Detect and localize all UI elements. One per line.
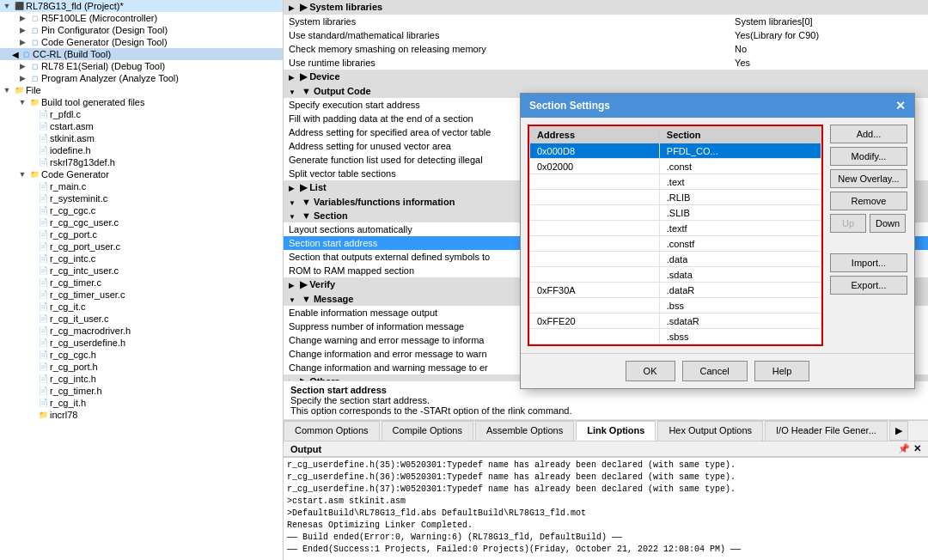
sidebar-item-rcgtimeruser[interactable]: 📄 r_cg_timer_user.c [0, 289, 283, 301]
sidebar-item-micro[interactable]: ▶ ◻ R5F100LE (Microcontroller) [0, 12, 283, 24]
sidebar-item-rcgportuser[interactable]: 📄 r_cg_port_user.c [0, 240, 283, 253]
table-row[interactable]: .text [530, 174, 821, 190]
sidebar-item-incrl78[interactable]: 📁 incrl78 [0, 409, 283, 421]
sidebar-item-file[interactable]: ▼ 📁 File [0, 84, 283, 96]
tab-assemble-options[interactable]: Assemble Options [475, 421, 574, 441]
remove-button[interactable]: Remove [830, 192, 907, 210]
output-area: r_cg_userdefine.h(35):W0520301:Typedef n… [284, 457, 928, 560]
table-row[interactable]: .RLIB [530, 190, 821, 205]
sidebar-item-rcgporth[interactable]: 📄 r_cg_port.h [0, 361, 283, 373]
sidebar-item-rl78[interactable]: ▶ ◻ RL78 E1(Serial) (Debug Tool) [0, 60, 283, 72]
down-button[interactable]: Down [870, 214, 906, 233]
help-button[interactable]: Help [754, 361, 810, 381]
file-icon: 📄 [38, 338, 48, 348]
sidebar-label: rskrl78g13def.h [50, 157, 115, 167]
table-row[interactable]: .constf [530, 236, 821, 252]
cancel-button[interactable]: Cancel [682, 361, 748, 381]
sidebar-label: r_cg_port_user.c [50, 241, 120, 252]
sidebar-item-rcgituser[interactable]: 📄 r_cg_it_user.c [0, 313, 283, 325]
sidebar-item-rcgintc[interactable]: 📄 r_cg_intc.c [0, 253, 283, 265]
sidebar-item-rcgit[interactable]: 📄 r_cg_it.c [0, 301, 283, 313]
sidebar-item-rcgcgcuser[interactable]: 📄 r_cg_cgc_user.c [0, 216, 283, 228]
prop-row: Use standard/mathematical libraries Yes(… [284, 28, 928, 42]
sidebar-item-rmain[interactable]: 📄 r_main.c [0, 180, 283, 192]
cell-section: PFDL_CO... [659, 143, 821, 159]
tab-compile-options[interactable]: Compile Options [382, 421, 473, 441]
file-icon: 📄 [38, 362, 48, 372]
tab-common-options[interactable]: Common Options [284, 421, 380, 441]
sidebar-item-rcgtimerh[interactable]: 📄 r_cg_timer.h [0, 385, 283, 397]
sidebar-item-pin[interactable]: ▶ ◻ Pin Configurator (Design Tool) [0, 24, 283, 36]
table-row[interactable]: 0xFF30A .dataR [530, 283, 821, 298]
section-system-libraries[interactable]: ▶ System libraries [284, 0, 928, 15]
dialog-buttons-panel: Add... Modify... New Overlay... Remove U… [830, 125, 907, 346]
dialog-close-button[interactable]: ✕ [895, 99, 906, 113]
sidebar-item-ccrl[interactable]: ◀ ◻ CC-RL (Build Tool) [0, 48, 283, 60]
table-row[interactable]: .data [530, 252, 821, 267]
sidebar-label-rl78: RL78 E1(Serial) (Debug Tool) [41, 61, 165, 71]
tab-link-options[interactable]: Link Options [576, 421, 656, 441]
tab-io-header[interactable]: I/O Header File Gener... [765, 421, 888, 441]
modify-button[interactable]: Modify... [830, 147, 907, 166]
sidebar-item-program[interactable]: ▶ ◻ Program Analyzer (Analyze Tool) [0, 72, 283, 84]
sidebar-item-rskrl[interactable]: 📄 rskrl78g13def.h [0, 156, 283, 168]
tabs-bar: Common Options Compile Options Assemble … [284, 420, 928, 441]
chip-icon: ◻ [29, 13, 40, 23]
sidebar-item-codegen[interactable]: ▼ 📁 Code Generator [0, 168, 283, 180]
table-row[interactable]: 0x000D8 PFDL_CO... [530, 143, 821, 159]
expand-icon: ▶ [17, 13, 27, 23]
ok-button[interactable]: OK [626, 361, 675, 381]
sidebar-item-rcgport[interactable]: 📄 r_cg_port.c [0, 228, 283, 240]
prop-value: Yes(Library for C90) [730, 28, 928, 42]
add-button[interactable]: Add... [830, 125, 907, 143]
output-line-3: r_cg_userdefine.h(37):W0520301:Typedef n… [287, 484, 925, 496]
table-row[interactable]: 0x02000 .const [530, 159, 821, 174]
table-row[interactable]: .sdata [530, 267, 821, 283]
table-row[interactable]: .textf [530, 221, 821, 236]
sidebar-item-rcgcgch[interactable]: 📄 r_cg_cgc.h [0, 349, 283, 361]
sidebar-item-buildfiles[interactable]: ▼ 📁 Build tool generated files [0, 96, 283, 108]
table-row[interactable]: 0xFFE20 .sdataR [530, 313, 821, 329]
cell-address [530, 267, 660, 283]
sidebar-item-cstart[interactable]: 📄 cstart.asm [0, 120, 283, 132]
pin-icon[interactable]: 📌 [898, 443, 910, 454]
table-row[interactable]: .bss [530, 298, 821, 313]
file-icon: 📄 [38, 326, 48, 336]
section-device[interactable]: ▶ Device [284, 70, 928, 84]
folder-icon: 📁 [14, 85, 24, 95]
expand-icon: ▼ [2, 85, 12, 95]
file-icon: 📄 [38, 277, 48, 288]
sidebar-item-rcgintch[interactable]: 📄 r_cg_intc.h [0, 373, 283, 385]
sidebar-item-rcgintcuser[interactable]: 📄 r_cg_intc_user.c [0, 265, 283, 277]
sidebar-item-rcgtimer[interactable]: 📄 r_cg_timer.c [0, 277, 283, 289]
tab-hex-output[interactable]: Hex Output Options [657, 421, 763, 441]
prop-label: Use runtime libraries [284, 56, 730, 70]
sidebar-item-iodefine[interactable]: 📄 iodefine.h [0, 144, 283, 156]
section-expand-icon: ▶ [300, 279, 307, 289]
table-row[interactable]: .sbss [530, 329, 821, 344]
sidebar-label: r_cg_intc.h [50, 374, 96, 384]
tab-more-button[interactable]: ▶ [889, 421, 908, 441]
import-button[interactable]: Import... [830, 253, 907, 272]
new-overlay-button[interactable]: New Overlay... [830, 169, 907, 188]
table-row[interactable]: .SLIB [530, 205, 821, 221]
sidebar-item-rcgmacro[interactable]: 📄 r_cg_macrodriver.h [0, 325, 283, 337]
sidebar-label: r_cg_timer.h [50, 386, 102, 396]
sidebar-item-project[interactable]: ▼ ⬛ RL78G13_fld (Project)* [0, 0, 283, 12]
sidebar-item-rpfdl[interactable]: 📄 r_pfdl.c [0, 108, 283, 120]
close-icon[interactable]: ✕ [913, 443, 921, 454]
sidebar-item-rsysteminit[interactable]: 📄 r_systeminit.c [0, 192, 283, 204]
sidebar-item-rcgcgc[interactable]: 📄 r_cg_cgc.c [0, 204, 283, 216]
sidebar-item-rcgith[interactable]: 📄 r_cg_it.h [0, 397, 283, 409]
up-button[interactable]: Up [830, 214, 866, 233]
sidebar-item-codegen-design[interactable]: ▶ ◻ Code Generator (Design Tool) [0, 36, 283, 48]
file-icon: 📄 [38, 145, 48, 155]
sidebar-label-file: File [26, 85, 41, 95]
export-button[interactable]: Export... [830, 276, 907, 295]
sidebar-label-program: Program Analyzer (Analyze Tool) [41, 73, 179, 83]
cell-address [530, 205, 660, 221]
sidebar-item-rcguserdefine[interactable]: 📄 r_cg_userdefine.h [0, 337, 283, 349]
file-icon: 📄 [38, 350, 48, 360]
sidebar-item-stkinit[interactable]: 📄 stkinit.asm [0, 132, 283, 144]
sidebar-label: iodefine.h [50, 145, 91, 155]
